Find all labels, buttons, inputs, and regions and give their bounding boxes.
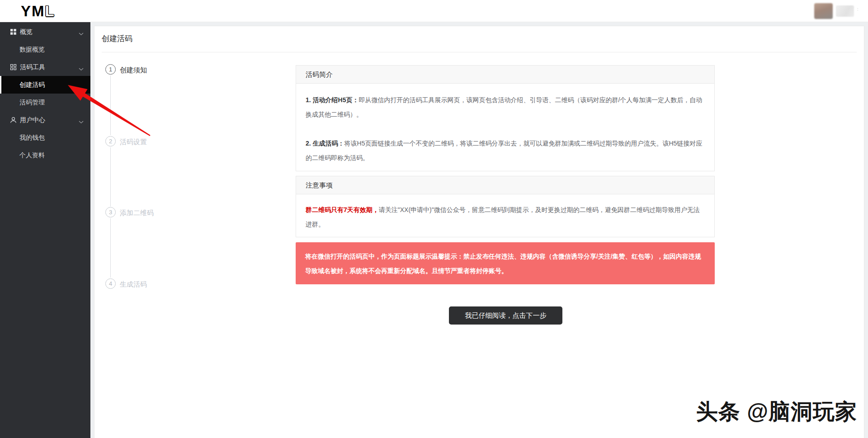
top-bar: YML :: [0, 0, 868, 22]
sidebar-item-overview[interactable]: 概览: [0, 23, 90, 41]
step-connector: [110, 147, 111, 207]
avatar[interactable]: [814, 3, 833, 19]
step-circle-4: 4: [105, 278, 116, 289]
sidebar-item-livecode-tools[interactable]: 活码工具: [0, 58, 90, 76]
sidebar-item-label: 数据概览: [19, 46, 45, 54]
sidebar-item-label: 活码管理: [19, 99, 45, 107]
chevron-down-icon: [79, 65, 84, 72]
sidebar-item-label: 我的钱包: [19, 134, 45, 142]
sidebar-item-label: 用户中心: [20, 116, 45, 124]
sidebar-item-my-wallet[interactable]: 我的钱包: [0, 129, 90, 146]
warning-banner: 将在微信打开的活码页中，作为页面标题展示温馨提示：禁止发布任何违法、违规内容（含…: [296, 242, 715, 284]
notice-panel-title: 注意事项: [296, 176, 714, 194]
step-label-1: 创建须知: [120, 66, 147, 75]
step-label-2: 活码设置: [120, 138, 147, 146]
username-blurred: [836, 5, 854, 17]
chevron-down-icon: [79, 30, 84, 37]
step-label-3: 添加二维码: [120, 209, 154, 217]
logo-letter-l: L: [45, 3, 55, 19]
intro-panel-body: 1. 活动介绍H5页：即从微信内打开的活码工具展示网页，该网页包含活动介绍、引导…: [296, 84, 714, 165]
confirm-next-button[interactable]: 我已仔细阅读，点击下一步: [449, 306, 562, 325]
notice-paragraph: 群二维码只有7天有效期，请关注"XX(申请中)"微信公众号，留意二维码到期提示，…: [306, 203, 705, 231]
intro-paragraph-1-lead: 1. 活动介绍H5页：: [306, 96, 359, 104]
account-dots: :: [857, 8, 859, 14]
qr-grid-icon: [10, 64, 17, 71]
logo-letter-y: Y: [21, 3, 32, 19]
main-content-card: 创建活码 1 创建须知 2 活码设置 3 添加二维码 4 生成活码 活码简介 1…: [94, 26, 864, 438]
sidebar-item-livecode-manage[interactable]: 活码管理: [0, 94, 90, 111]
sidebar-nav: 概览 数据概览 活码工具 创建活码 活码管理 用户中心 我的钱包 个人资料: [0, 22, 90, 438]
account-area[interactable]: :: [814, 3, 859, 19]
notice-highlight: 群二维码只有7天有效期，: [306, 206, 379, 213]
grid-icon: [10, 28, 17, 35]
intro-panel-title: 活码简介: [296, 66, 714, 84]
intro-paragraph-1-text: 即从微信内打开的活码工具展示网页，该网页包含活动介绍、引导语、二维码（该码对应的…: [306, 96, 702, 118]
logo-letter-m: M: [32, 3, 45, 19]
intro-paragraph-2-lead: 2. 生成活码：: [306, 140, 344, 147]
chevron-down-icon: [79, 118, 84, 125]
intro-paragraph-1: 1. 活动介绍H5页：即从微信内打开的活码工具展示网页，该网页包含活动介绍、引导…: [306, 93, 705, 122]
sidebar-item-label: 个人资料: [19, 151, 45, 160]
intro-panel: 活码简介 1. 活动介绍H5页：即从微信内打开的活码工具展示网页，该网页包含活动…: [296, 65, 715, 171]
sidebar-item-label: 创建活码: [19, 81, 45, 89]
notice-panel-body: 群二维码只有7天有效期，请关注"XX(申请中)"微信公众号，留意二维码到期提示，…: [296, 194, 714, 231]
step-circle-1: 1: [105, 64, 116, 75]
title-divider: [102, 52, 857, 52]
intro-paragraph-2: 2. 生成活码：将该H5页面链接生成一个不变的二维码，将该二维码分享出去，就可以…: [306, 136, 705, 165]
sidebar-item-label: 活码工具: [20, 63, 45, 71]
user-icon: [10, 117, 17, 123]
step-circle-3: 3: [105, 207, 116, 217]
step-connector: [110, 75, 111, 135]
sidebar-item-data-overview[interactable]: 数据概览: [0, 41, 90, 58]
sidebar-item-user-center[interactable]: 用户中心: [0, 111, 90, 129]
notice-panel: 注意事项 群二维码只有7天有效期，请关注"XX(申请中)"微信公众号，留意二维码…: [296, 176, 715, 237]
step-label-4: 生成活码: [120, 280, 147, 289]
step-circle-2: 2: [105, 136, 116, 146]
watermark-text: 头条 @脑洞玩家: [696, 397, 857, 426]
step-connector: [110, 218, 111, 278]
sidebar-item-label: 概览: [20, 28, 33, 36]
sidebar-item-create-livecode[interactable]: 创建活码: [0, 76, 90, 94]
page-title: 创建活码: [102, 33, 132, 44]
app-logo: YML: [21, 2, 55, 20]
sidebar-item-profile[interactable]: 个人资料: [0, 146, 90, 164]
intro-paragraph-2-text: 将该H5页面链接生成一个不变的二维码，将该二维码分享出去，就可以避免群加满或二维…: [306, 140, 702, 161]
